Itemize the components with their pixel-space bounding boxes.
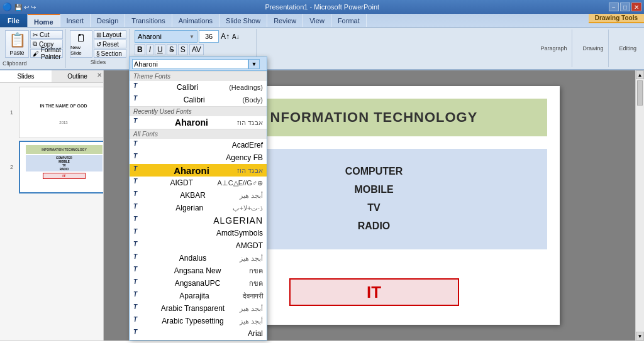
font-aigdt[interactable]: T AIGDT A⊥C△E//G♂⊕ xyxy=(130,177,267,189)
font-calibri-body[interactable]: T Calibri (Body) xyxy=(130,94,267,106)
section-button[interactable]: § Section xyxy=(94,49,126,58)
slide-1-thumb[interactable]: IN THE NAME OF GOD 2013 xyxy=(19,87,104,138)
slide-2-container: 2 INFORMATION TECHNOLOGY COMPUTER MOBILE… xyxy=(10,141,103,193)
window-controls[interactable]: − □ ✕ xyxy=(609,3,641,11)
reset-icon: ↺ xyxy=(96,41,101,48)
slides-group-label: Slides xyxy=(91,59,106,65)
minimize-button[interactable]: − xyxy=(609,3,619,11)
maximize-button[interactable]: □ xyxy=(620,3,630,11)
tab-format[interactable]: Format xyxy=(331,14,367,27)
theme-fonts-header: Theme Fonts xyxy=(130,71,267,81)
font-akbar-preview: أبجد هيز xyxy=(240,192,263,200)
reset-label: Reset xyxy=(103,41,119,48)
font-preview-calibri-h: (Headings) xyxy=(229,84,263,91)
slide-it-text: IT xyxy=(367,283,381,302)
close-panel-icon[interactable]: ✕ xyxy=(97,72,102,79)
cut-icon: ✂ xyxy=(33,31,38,38)
tab-design[interactable]: Design xyxy=(91,14,125,27)
slide-it-box[interactable]: IT xyxy=(289,278,459,306)
tab-review[interactable]: Review xyxy=(267,14,303,27)
cut-button[interactable]: ✂ Cut xyxy=(30,30,63,39)
scroll-up-button[interactable]: ▲ xyxy=(636,70,644,79)
underline-button[interactable]: U xyxy=(155,44,165,55)
font-dropdown-arrow[interactable]: ▼ xyxy=(248,59,260,69)
font-search-input[interactable] xyxy=(132,59,248,69)
bold-button[interactable]: B xyxy=(135,44,145,55)
strikethrough-button[interactable]: S̶ xyxy=(167,44,177,55)
font-andalus-preview: أبجد هيز xyxy=(240,254,263,263)
ribbon-extra-groups: Paragraph Drawing Editing xyxy=(258,29,641,68)
text-shadow-button[interactable]: S xyxy=(178,44,188,55)
scroll-thumb[interactable] xyxy=(637,80,643,106)
font-agencyfb[interactable]: T Agency FB xyxy=(130,151,267,164)
font-angsanaupc-preview: กขค xyxy=(249,278,263,289)
font-angsananew[interactable]: T Angsana New กขค xyxy=(130,264,267,277)
char-spacing-button[interactable]: AV xyxy=(189,44,204,55)
font-arabictypesetting[interactable]: T Arabic Typesetting أبجد هيز xyxy=(130,315,267,327)
tab-animations[interactable]: Animations xyxy=(172,14,219,27)
font-name-calibri-h: Calibri xyxy=(177,83,198,92)
tab-slides[interactable]: Slides xyxy=(0,70,52,82)
tab-slideshow[interactable]: Slide Show xyxy=(219,14,267,27)
new-slide-button[interactable]: 🗒 New Slide xyxy=(70,30,92,58)
font-aharoni-recent-name: Aharoni xyxy=(175,117,208,128)
font-algerian[interactable]: T ALGERIAN xyxy=(130,214,267,227)
quick-access: 💾 ↩ ↪ xyxy=(14,4,36,11)
font-t-icon3: T xyxy=(133,117,143,128)
canvas-scrollbar[interactable]: ▲ ▼ xyxy=(635,70,644,340)
close-button[interactable]: ✕ xyxy=(631,3,641,11)
font-aharoni-recent[interactable]: T Aharoni אבגד הוז xyxy=(130,116,267,129)
italic-button[interactable]: I xyxy=(147,44,153,55)
font-aparajita[interactable]: T Aparajita देवनागरी xyxy=(130,290,267,302)
reset-button[interactable]: ↺ Reset xyxy=(94,40,126,48)
font-alg-lower[interactable]: T Algerian ذ-ت+لا+ب xyxy=(130,202,267,214)
font-grow-icon[interactable]: A↑ xyxy=(220,32,230,41)
font-andalus[interactable]: T Andalus أبجد هيز xyxy=(130,252,267,264)
font-aharoni-all[interactable]: T Aharoni אבגד הוז xyxy=(130,164,267,177)
paste-icon: 📋 xyxy=(9,32,26,48)
font-aharoni-preview: אבגד הוז xyxy=(237,166,263,175)
drawing-tools-label: Drawing Tools xyxy=(589,14,644,23)
font-amdtsymbols-name: AmdtSymbols xyxy=(216,229,263,237)
all-fonts-header: All Fonts xyxy=(130,129,267,139)
paragraph-group: Paragraph xyxy=(535,30,572,67)
font-amdtsymbols[interactable]: T AmdtSymbols xyxy=(130,227,267,239)
tab-insert[interactable]: Insert xyxy=(60,14,91,27)
tab-transitions[interactable]: Transitions xyxy=(125,14,172,27)
layout-button[interactable]: ⊞ Layout xyxy=(94,30,126,39)
font-t-arabictypesetting: T xyxy=(133,316,143,326)
slide-header-text: NFORMATION TECHNOLOGY xyxy=(270,109,478,126)
font-calibri-headings[interactable]: T Calibri (Headings) xyxy=(130,81,267,94)
font-algerian-name: ALGERIAN xyxy=(213,215,263,226)
font-akbar[interactable]: T AKBAR أبجد هيز xyxy=(130,189,267,202)
format-painter-button[interactable]: 🖌 Format Painter xyxy=(30,49,63,58)
title-bar-left: 🔵 💾 ↩ ↪ xyxy=(3,3,36,11)
tab-view[interactable]: View xyxy=(303,14,331,27)
font-arabictransparent-name: Arabic Transparent xyxy=(161,304,225,313)
format-painter-icon: 🖌 xyxy=(33,50,39,57)
font-arabictransparent-preview: أبجد هيز xyxy=(240,305,263,313)
font-t-andalus: T xyxy=(133,253,143,263)
tab-outline[interactable]: Outline xyxy=(52,70,103,82)
tab-file[interactable]: File xyxy=(0,14,28,27)
notes-area[interactable]: Click to add notes xyxy=(0,340,644,343)
tab-home[interactable]: Home xyxy=(28,14,60,27)
scroll-track xyxy=(636,79,644,332)
font-shrink-icon[interactable]: A↓ xyxy=(231,33,240,40)
paste-button[interactable]: 📋 Paste xyxy=(5,30,29,58)
font-acadef[interactable]: T AcadEref xyxy=(130,139,267,151)
slide-body-mobile: MOBILE xyxy=(345,181,403,199)
font-amgdt[interactable]: T AMGDT xyxy=(130,239,267,252)
slide-1-number: 1 xyxy=(10,109,16,116)
slide-body-text: COMPUTER MOBILE TV RADIO xyxy=(345,163,403,235)
slide-2-thumb[interactable]: INFORMATION TECHNOLOGY COMPUTER MOBILE T… xyxy=(19,141,104,193)
font-angsanaupc[interactable]: T AngsanaUPC กขค xyxy=(130,277,267,290)
slides-tabs: Slides Outline ✕ xyxy=(0,70,103,83)
cut-label: Cut xyxy=(40,31,50,38)
scroll-down-button[interactable]: ▼ xyxy=(636,332,644,340)
font-t-angsananew: T xyxy=(133,266,143,276)
font-arial[interactable]: T Arial xyxy=(130,327,267,340)
font-arabictransparent[interactable]: T Arabic Transparent أبجد هيز xyxy=(130,302,267,315)
font-name-combo[interactable]: Aharoni ▼ xyxy=(135,30,197,43)
font-size-combo[interactable]: 36 xyxy=(199,30,219,43)
